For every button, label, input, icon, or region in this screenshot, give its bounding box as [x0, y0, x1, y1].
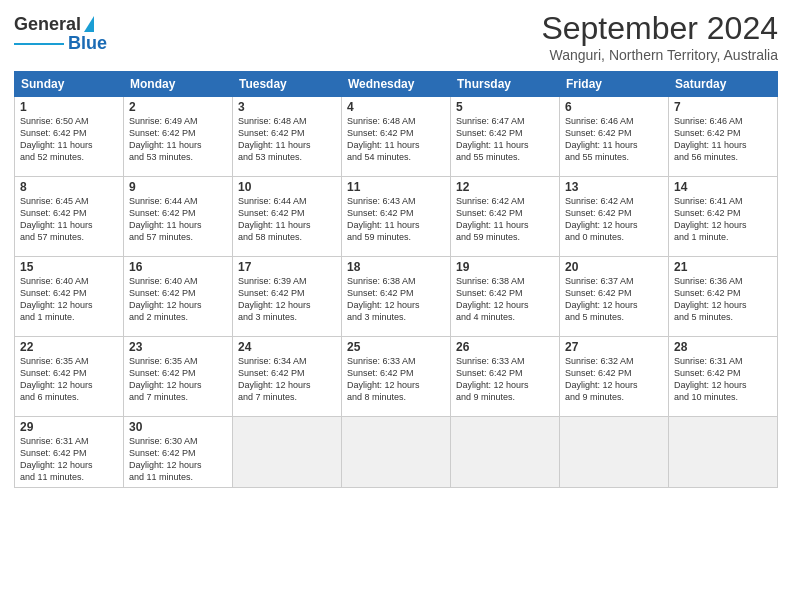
day-number: 7	[674, 100, 772, 114]
table-row: 22Sunrise: 6:35 AM Sunset: 6:42 PM Dayli…	[15, 337, 124, 417]
day-info: Sunrise: 6:32 AM Sunset: 6:42 PM Dayligh…	[565, 355, 663, 404]
calendar-header-row: Sunday Monday Tuesday Wednesday Thursday…	[15, 72, 778, 97]
table-row: 25Sunrise: 6:33 AM Sunset: 6:42 PM Dayli…	[342, 337, 451, 417]
header-wednesday: Wednesday	[342, 72, 451, 97]
table-row: 1Sunrise: 6:50 AM Sunset: 6:42 PM Daylig…	[15, 97, 124, 177]
table-row: 30Sunrise: 6:30 AM Sunset: 6:42 PM Dayli…	[124, 417, 233, 488]
day-info: Sunrise: 6:50 AM Sunset: 6:42 PM Dayligh…	[20, 115, 118, 164]
day-number: 17	[238, 260, 336, 274]
table-row: 5Sunrise: 6:47 AM Sunset: 6:42 PM Daylig…	[451, 97, 560, 177]
table-row: 3Sunrise: 6:48 AM Sunset: 6:42 PM Daylig…	[233, 97, 342, 177]
table-row: 8Sunrise: 6:45 AM Sunset: 6:42 PM Daylig…	[15, 177, 124, 257]
table-row	[669, 417, 778, 488]
day-info: Sunrise: 6:43 AM Sunset: 6:42 PM Dayligh…	[347, 195, 445, 244]
table-row: 6Sunrise: 6:46 AM Sunset: 6:42 PM Daylig…	[560, 97, 669, 177]
day-info: Sunrise: 6:30 AM Sunset: 6:42 PM Dayligh…	[129, 435, 227, 484]
table-row: 23Sunrise: 6:35 AM Sunset: 6:42 PM Dayli…	[124, 337, 233, 417]
day-info: Sunrise: 6:40 AM Sunset: 6:42 PM Dayligh…	[20, 275, 118, 324]
day-number: 10	[238, 180, 336, 194]
table-row: 24Sunrise: 6:34 AM Sunset: 6:42 PM Dayli…	[233, 337, 342, 417]
day-number: 19	[456, 260, 554, 274]
table-row	[233, 417, 342, 488]
day-info: Sunrise: 6:45 AM Sunset: 6:42 PM Dayligh…	[20, 195, 118, 244]
day-number: 27	[565, 340, 663, 354]
day-number: 12	[456, 180, 554, 194]
day-number: 18	[347, 260, 445, 274]
day-info: Sunrise: 6:46 AM Sunset: 6:42 PM Dayligh…	[565, 115, 663, 164]
day-info: Sunrise: 6:35 AM Sunset: 6:42 PM Dayligh…	[20, 355, 118, 404]
table-row: 18Sunrise: 6:38 AM Sunset: 6:42 PM Dayli…	[342, 257, 451, 337]
day-info: Sunrise: 6:41 AM Sunset: 6:42 PM Dayligh…	[674, 195, 772, 244]
day-number: 14	[674, 180, 772, 194]
table-row	[342, 417, 451, 488]
table-row: 11Sunrise: 6:43 AM Sunset: 6:42 PM Dayli…	[342, 177, 451, 257]
day-info: Sunrise: 6:35 AM Sunset: 6:42 PM Dayligh…	[129, 355, 227, 404]
month-title: September 2024	[541, 10, 778, 47]
day-info: Sunrise: 6:49 AM Sunset: 6:42 PM Dayligh…	[129, 115, 227, 164]
day-number: 23	[129, 340, 227, 354]
table-row: 27Sunrise: 6:32 AM Sunset: 6:42 PM Dayli…	[560, 337, 669, 417]
day-number: 16	[129, 260, 227, 274]
table-row: 19Sunrise: 6:38 AM Sunset: 6:42 PM Dayli…	[451, 257, 560, 337]
table-row: 21Sunrise: 6:36 AM Sunset: 6:42 PM Dayli…	[669, 257, 778, 337]
header-tuesday: Tuesday	[233, 72, 342, 97]
day-number: 24	[238, 340, 336, 354]
logo-blue: Blue	[68, 33, 107, 54]
day-info: Sunrise: 6:48 AM Sunset: 6:42 PM Dayligh…	[347, 115, 445, 164]
table-row: 26Sunrise: 6:33 AM Sunset: 6:42 PM Dayli…	[451, 337, 560, 417]
page: General Blue September 2024 Wanguri, Nor…	[0, 0, 792, 612]
day-info: Sunrise: 6:42 AM Sunset: 6:42 PM Dayligh…	[456, 195, 554, 244]
day-number: 4	[347, 100, 445, 114]
logo-line	[14, 43, 64, 45]
day-info: Sunrise: 6:36 AM Sunset: 6:42 PM Dayligh…	[674, 275, 772, 324]
day-info: Sunrise: 6:37 AM Sunset: 6:42 PM Dayligh…	[565, 275, 663, 324]
calendar-table: Sunday Monday Tuesday Wednesday Thursday…	[14, 71, 778, 488]
logo: General Blue	[14, 14, 107, 54]
table-row	[451, 417, 560, 488]
day-number: 11	[347, 180, 445, 194]
table-row: 14Sunrise: 6:41 AM Sunset: 6:42 PM Dayli…	[669, 177, 778, 257]
subtitle: Wanguri, Northern Territory, Australia	[541, 47, 778, 63]
day-number: 15	[20, 260, 118, 274]
day-number: 13	[565, 180, 663, 194]
table-row: 29Sunrise: 6:31 AM Sunset: 6:42 PM Dayli…	[15, 417, 124, 488]
table-row: 16Sunrise: 6:40 AM Sunset: 6:42 PM Dayli…	[124, 257, 233, 337]
table-row: 10Sunrise: 6:44 AM Sunset: 6:42 PM Dayli…	[233, 177, 342, 257]
day-info: Sunrise: 6:40 AM Sunset: 6:42 PM Dayligh…	[129, 275, 227, 324]
header-saturday: Saturday	[669, 72, 778, 97]
header-friday: Friday	[560, 72, 669, 97]
day-number: 2	[129, 100, 227, 114]
header-thursday: Thursday	[451, 72, 560, 97]
day-number: 28	[674, 340, 772, 354]
table-row: 12Sunrise: 6:42 AM Sunset: 6:42 PM Dayli…	[451, 177, 560, 257]
day-info: Sunrise: 6:38 AM Sunset: 6:42 PM Dayligh…	[347, 275, 445, 324]
day-number: 29	[20, 420, 118, 434]
day-info: Sunrise: 6:44 AM Sunset: 6:42 PM Dayligh…	[129, 195, 227, 244]
header-monday: Monday	[124, 72, 233, 97]
table-row	[560, 417, 669, 488]
day-info: Sunrise: 6:33 AM Sunset: 6:42 PM Dayligh…	[347, 355, 445, 404]
day-number: 6	[565, 100, 663, 114]
day-info: Sunrise: 6:31 AM Sunset: 6:42 PM Dayligh…	[20, 435, 118, 484]
table-row: 9Sunrise: 6:44 AM Sunset: 6:42 PM Daylig…	[124, 177, 233, 257]
title-area: September 2024 Wanguri, Northern Territo…	[541, 10, 778, 63]
table-row: 15Sunrise: 6:40 AM Sunset: 6:42 PM Dayli…	[15, 257, 124, 337]
table-row: 20Sunrise: 6:37 AM Sunset: 6:42 PM Dayli…	[560, 257, 669, 337]
day-number: 5	[456, 100, 554, 114]
day-info: Sunrise: 6:31 AM Sunset: 6:42 PM Dayligh…	[674, 355, 772, 404]
logo-general: General	[14, 14, 81, 35]
table-row: 13Sunrise: 6:42 AM Sunset: 6:42 PM Dayli…	[560, 177, 669, 257]
day-number: 26	[456, 340, 554, 354]
table-row: 17Sunrise: 6:39 AM Sunset: 6:42 PM Dayli…	[233, 257, 342, 337]
day-number: 3	[238, 100, 336, 114]
day-number: 21	[674, 260, 772, 274]
day-info: Sunrise: 6:42 AM Sunset: 6:42 PM Dayligh…	[565, 195, 663, 244]
day-info: Sunrise: 6:34 AM Sunset: 6:42 PM Dayligh…	[238, 355, 336, 404]
day-info: Sunrise: 6:48 AM Sunset: 6:42 PM Dayligh…	[238, 115, 336, 164]
day-info: Sunrise: 6:39 AM Sunset: 6:42 PM Dayligh…	[238, 275, 336, 324]
day-number: 20	[565, 260, 663, 274]
day-info: Sunrise: 6:44 AM Sunset: 6:42 PM Dayligh…	[238, 195, 336, 244]
table-row: 28Sunrise: 6:31 AM Sunset: 6:42 PM Dayli…	[669, 337, 778, 417]
day-number: 8	[20, 180, 118, 194]
logo-triangle-icon	[84, 16, 94, 32]
